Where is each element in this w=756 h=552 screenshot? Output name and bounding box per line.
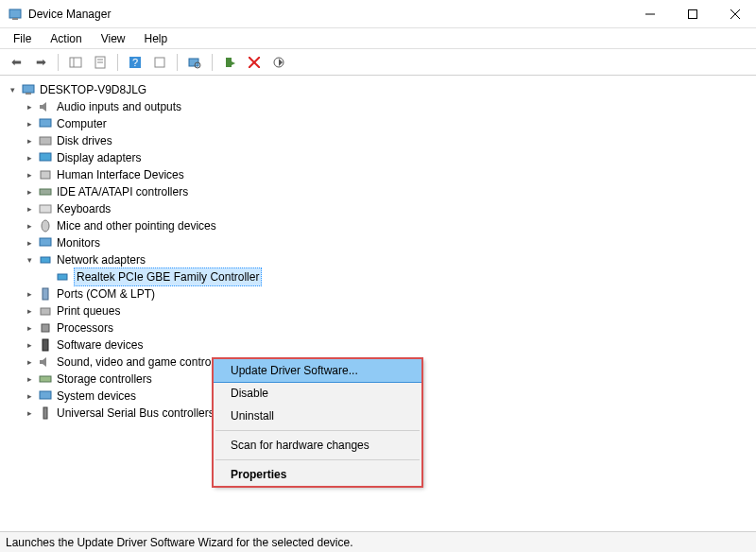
toolbar: ⬅ ➡ ? — [0, 49, 756, 76]
context-menu-uninstall[interactable]: Uninstall — [214, 405, 421, 427]
svg-marker-17 — [232, 61, 235, 65]
expand-icon[interactable]: ▸ — [23, 388, 36, 405]
titlebar: Device Manager — [0, 0, 756, 28]
expand-icon[interactable]: ▸ — [23, 149, 36, 166]
audio-icon — [38, 99, 53, 114]
collapse-icon[interactable]: ▾ — [6, 81, 19, 98]
port-icon — [38, 286, 53, 302]
expand-icon[interactable]: ▸ — [23, 371, 36, 388]
hid-icon — [38, 167, 53, 182]
tree-node-label: Monitors — [57, 234, 100, 251]
back-button[interactable]: ⬅ — [6, 52, 26, 73]
close-button[interactable] — [713, 0, 756, 27]
expand-icon[interactable]: ▸ — [23, 166, 36, 183]
tree-node-label: Storage controllers — [57, 371, 152, 388]
tree-node-label: Print queues — [57, 302, 120, 319]
expand-icon[interactable]: ▸ — [23, 354, 36, 371]
software-icon — [38, 337, 53, 353]
expand-icon[interactable]: ▸ — [23, 200, 36, 217]
expand-icon[interactable]: ▸ — [23, 98, 36, 115]
toolbar-button[interactable] — [149, 52, 170, 73]
toolbar-separator — [58, 54, 59, 71]
svg-rect-40 — [40, 376, 51, 382]
minimize-button[interactable] — [628, 0, 671, 27]
tree-node-label: Display adapters — [57, 149, 141, 166]
svg-rect-42 — [43, 407, 47, 419]
tree-node-network[interactable]: ▾Network adapters — [6, 251, 756, 268]
tree-node-processors[interactable]: ▸Processors — [6, 319, 756, 336]
tree-node-printqueues[interactable]: ▸Print queues — [6, 302, 756, 319]
device-tree[interactable]: ▾ DESKTOP-V9D8JLG ▸Audio inputs and outp… — [0, 76, 756, 527]
disk-icon — [38, 133, 53, 148]
tree-node-selected-device[interactable]: Realtek PCIe GBE Family Controller — [6, 268, 756, 285]
maximize-button[interactable] — [671, 0, 713, 27]
tree-node-display[interactable]: ▸Display adapters — [6, 149, 756, 166]
update-driver-button[interactable] — [268, 52, 289, 73]
svg-rect-23 — [26, 93, 31, 95]
expand-icon[interactable]: ▸ — [23, 302, 36, 319]
tree-node-label: IDE ATA/ATAPI controllers — [57, 183, 188, 200]
tree-node-label: Audio inputs and outputs — [57, 98, 181, 115]
context-menu-properties[interactable]: Properties — [214, 463, 421, 486]
menu-view[interactable]: View — [92, 30, 135, 47]
toolbar-separator — [117, 54, 118, 71]
tree-node-label: System devices — [57, 388, 136, 405]
forward-button[interactable]: ➡ — [30, 52, 51, 73]
tree-node-audio[interactable]: ▸Audio inputs and outputs — [6, 98, 756, 115]
tree-node-label: DESKTOP-V9D8JLG — [40, 81, 146, 98]
tree-root-computer[interactable]: ▾ DESKTOP-V9D8JLG — [6, 81, 756, 98]
tree-node-hid[interactable]: ▸Human Interface Devices — [6, 166, 756, 183]
svg-rect-13 — [155, 58, 164, 67]
expand-icon[interactable]: ▸ — [23, 217, 36, 234]
mouse-icon — [38, 218, 53, 233]
help-button[interactable]: ? — [125, 52, 146, 73]
properties-button[interactable] — [90, 52, 111, 73]
expand-icon[interactable]: ▸ — [23, 132, 36, 149]
computer-icon — [21, 82, 36, 97]
display-icon — [38, 150, 53, 165]
context-menu: Update Driver Software... Disable Uninst… — [213, 358, 422, 487]
expand-icon[interactable]: ▸ — [23, 115, 36, 132]
expand-icon[interactable]: ▸ — [23, 234, 36, 251]
svg-marker-21 — [279, 59, 283, 66]
keyboard-icon — [38, 201, 53, 216]
svg-rect-25 — [40, 119, 51, 127]
menubar: File Action View Help — [0, 28, 756, 49]
tree-node-label: Computer — [57, 115, 107, 132]
context-menu-scan[interactable]: Scan for hardware changes — [214, 434, 421, 457]
uninstall-button[interactable] — [244, 52, 265, 73]
expand-icon[interactable]: ▸ — [23, 285, 36, 302]
menu-help[interactable]: Help — [135, 30, 178, 47]
scan-hardware-button[interactable] — [184, 52, 205, 73]
menu-file[interactable]: File — [4, 30, 41, 47]
app-icon — [8, 7, 23, 22]
tree-node-label: Network adapters — [57, 251, 146, 268]
svg-rect-27 — [40, 153, 51, 161]
tree-node-ide[interactable]: ▸IDE ATA/ATAPI controllers — [6, 183, 756, 200]
expand-icon[interactable]: ▸ — [23, 183, 36, 200]
collapse-icon[interactable]: ▾ — [23, 251, 36, 268]
window-controls — [628, 0, 756, 27]
context-menu-disable[interactable]: Disable — [214, 382, 421, 405]
tree-node-label: Human Interface Devices — [57, 166, 184, 183]
tree-node-software[interactable]: ▸Software devices — [6, 336, 756, 354]
tree-node-monitors[interactable]: ▸Monitors — [6, 234, 756, 251]
svg-rect-22 — [23, 85, 34, 93]
tree-node-label: Keyboards — [57, 200, 111, 217]
expand-icon[interactable]: ▸ — [23, 319, 36, 336]
context-menu-update-driver[interactable]: Update Driver Software... — [214, 359, 421, 382]
toolbar-separator — [177, 54, 178, 71]
expand-icon[interactable]: ▸ — [23, 336, 36, 354]
tree-node-computer[interactable]: ▸Computer — [6, 115, 756, 132]
expand-icon[interactable]: ▸ — [23, 405, 36, 422]
system-icon — [38, 388, 53, 404]
tree-node-mice[interactable]: ▸Mice and other pointing devices — [6, 217, 756, 234]
enable-button[interactable] — [219, 52, 240, 73]
tree-node-label: Sound, video and game controllers — [57, 354, 232, 371]
tree-node-ports[interactable]: ▸Ports (COM & LPT) — [6, 285, 756, 302]
tree-node-disk[interactable]: ▸Disk drives — [6, 132, 756, 149]
show-hide-tree-button[interactable] — [65, 52, 86, 73]
network-icon — [38, 252, 53, 267]
menu-action[interactable]: Action — [41, 30, 91, 47]
tree-node-keyboards[interactable]: ▸Keyboards — [6, 200, 756, 217]
